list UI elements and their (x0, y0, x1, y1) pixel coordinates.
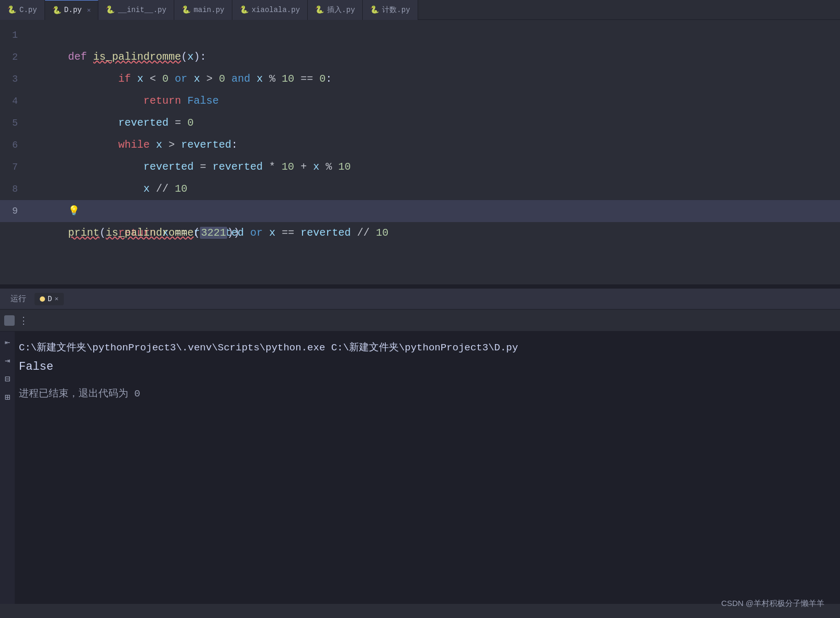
stop-button[interactable] (4, 315, 15, 326)
tab-c-label: C.py (19, 6, 37, 14)
tab-d-close[interactable]: ✕ (87, 6, 91, 14)
terminal-output-false: False (19, 358, 830, 376)
terminal-d-dot (40, 296, 45, 302)
python-icon-c: 🐍 (7, 5, 16, 14)
terminal-header: 运行 D ✕ (0, 289, 840, 310)
tab-xiaolala-label: xiaolala.py (252, 6, 300, 14)
line-num-2: 2 (0, 46, 27, 68)
side-toolbar: ⇤ ⇥ ⊟ ⊞ (0, 332, 15, 604)
python-icon-xiaolala: 🐍 (240, 5, 249, 14)
terminal-tab-d[interactable]: D ✕ (35, 293, 64, 305)
terminal-toolbar: ⋮ (0, 310, 840, 332)
terminal-tab-run[interactable]: 运行 (5, 292, 31, 306)
code-line-2: 2 if x < 0 or x > 0 and x % 10 == 0: (0, 46, 840, 68)
line-num-7: 7 (0, 156, 27, 178)
tab-c[interactable]: 🐍 C.py (0, 0, 45, 20)
tab-init-label: __init__.py (118, 6, 166, 14)
code-line-9: 9 print(is_palindromme(3221)) (0, 200, 840, 222)
line-num-8: 8 (0, 178, 27, 200)
run-label: 运行 (10, 295, 26, 304)
python-icon-charu: 🐍 (315, 5, 324, 14)
tab-d-label: D.py (64, 6, 82, 14)
terminal-tabs: 运行 D ✕ (5, 292, 64, 306)
code-line-8: 8 💡 return x == reverted or x == reverte… (0, 178, 840, 200)
line-num-3: 3 (0, 68, 27, 90)
terminal-path: C:\新建文件夹\pythonProject3\.venv\Scripts\py… (19, 340, 830, 356)
tab-jishu[interactable]: 🐍 计数.py (363, 0, 418, 20)
scroll-down-icon[interactable]: ⇥ (5, 355, 10, 366)
terminal-d-label: D (48, 295, 52, 303)
layout-icon[interactable]: ⊞ (5, 392, 10, 403)
more-menu-button[interactable]: ⋮ (19, 315, 28, 326)
python-icon-main: 🐍 (182, 5, 191, 14)
terminal-tab-close[interactable]: ✕ (54, 295, 58, 303)
code-line-4: 4 reverted = 0 (0, 90, 840, 112)
tab-init[interactable]: 🐍 __init__.py (98, 0, 174, 20)
python-icon-d: 🐍 (52, 6, 61, 15)
line-num-4: 4 (0, 90, 27, 112)
watermark: CSDN @羊村积极分子懒羊羊 (721, 599, 824, 609)
code-line-3: 3 return False (0, 68, 840, 90)
tab-xiaolala[interactable]: 🐍 xiaolala.py (232, 0, 308, 20)
tab-main[interactable]: 🐍 main.py (174, 0, 232, 20)
terminal-body: ⇤ ⇥ ⊟ ⊞ C:\新建文件夹\pythonProject3\.venv\Sc… (0, 332, 840, 604)
toolbar-left: ⋮ (4, 315, 28, 326)
terminal-exit-message: 进程已结束，退出代码为 0 (19, 386, 830, 402)
scroll-up-icon[interactable]: ⇤ (5, 337, 10, 348)
line-num-6: 6 (0, 134, 27, 156)
tab-main-label: main.py (194, 6, 225, 14)
code-line-7: 7 x // 10 (0, 156, 840, 178)
python-icon-jishu: 🐍 (370, 5, 379, 14)
tab-charu-label: 插入.py (327, 5, 355, 15)
tab-jishu-label: 计数.py (382, 5, 410, 15)
code-line-5: 5 while x > reverted: (0, 112, 840, 134)
code-line-1: 1 def is_palindromme(x): (0, 24, 840, 46)
editor-area: 1 def is_palindromme(x): 2 if x < 0 or x… (0, 20, 840, 284)
panel-divider (0, 284, 840, 289)
tab-charu[interactable]: 🐍 插入.py (308, 0, 363, 20)
line-num-5: 5 (0, 112, 27, 134)
tab-d[interactable]: 🐍 D.py ✕ (45, 0, 99, 20)
code-line-6: 6 reverted = reverted * 10 + x % 10 (0, 134, 840, 156)
line-content-9: print(is_palindromme(3221)) (27, 200, 840, 266)
line-num-9: 9 (0, 200, 27, 222)
filter-icon[interactable]: ⊟ (5, 373, 10, 384)
python-icon-init: 🐍 (106, 5, 115, 14)
line-num-1: 1 (0, 24, 27, 46)
tab-bar: 🐍 C.py 🐍 D.py ✕ 🐍 __init__.py 🐍 main.py … (0, 0, 840, 20)
